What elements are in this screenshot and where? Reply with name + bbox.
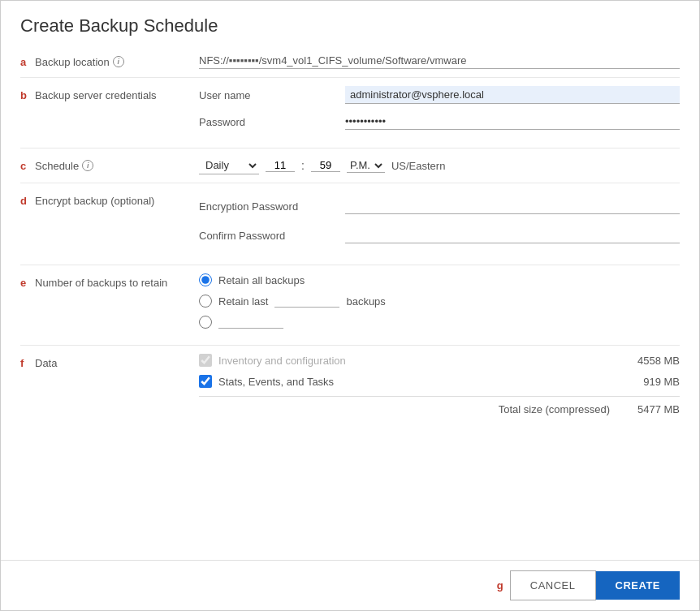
retain-all-label: Retain all backups: [218, 274, 305, 286]
section-encrypt: d Encrypt backup (optional) Encryption P…: [1, 187, 699, 261]
enc-password-field-wrapper: [345, 198, 680, 214]
section-a-label: a Backup location i: [20, 53, 199, 68]
section-f-letter: f: [20, 357, 30, 369]
total-row: Total size (compressed) 5477 MB: [199, 396, 680, 415]
password-field-wrapper: [345, 114, 680, 130]
minute-input[interactable]: [311, 159, 340, 172]
enc-password-input[interactable]: [345, 198, 680, 214]
confirm-password-input[interactable]: [345, 227, 680, 243]
section-retain: e Number of backups to retain Retain all…: [1, 269, 699, 342]
retain-last-input[interactable]: [274, 295, 339, 308]
timezone-text: US/Eastern: [391, 160, 445, 172]
schedule-content: Daily Weekly Monthly : P.M. A.M. US/East…: [199, 157, 680, 174]
schedule-row: Daily Weekly Monthly : P.M. A.M. US/East…: [199, 157, 680, 174]
total-label: Total size (compressed): [499, 403, 610, 415]
retain-third-radio[interactable]: [199, 316, 212, 329]
stats-checkbox[interactable]: [199, 375, 212, 388]
retain-last-radio[interactable]: [199, 295, 212, 308]
section-schedule: c Schedule i Daily Weekly Monthly : P.M.: [1, 152, 699, 179]
retain-last-prefix: Retain last: [218, 295, 268, 308]
confirm-password-label: Confirm Password: [199, 230, 345, 242]
backup-location-value: NFS://▪▪▪▪▪▪▪▪/svm4_vol1_CIFS_volume/Sof…: [199, 53, 680, 69]
stats-label: Stats, Events, and Tasks: [218, 376, 616, 388]
retain-all-row: Retain all backups: [199, 273, 680, 286]
dialog-title: Create Backup Schedule: [1, 1, 699, 48]
retain-extra-row: [199, 316, 680, 329]
create-button[interactable]: CREATE: [596, 571, 680, 600]
retain-content: Retain all backups Retain last backups: [199, 273, 680, 337]
create-backup-schedule-dialog: Create Backup Schedule a Backup location…: [0, 0, 700, 611]
password-input[interactable]: [345, 114, 680, 130]
section-a-letter: a: [20, 56, 30, 68]
data-item-inventory: Inventory and configuration 4558 MB: [199, 354, 680, 367]
section-e-label: e Number of backups to retain: [20, 273, 199, 289]
dialog-content: a Backup location i NFS://▪▪▪▪▪▪▪▪/svm4_…: [1, 48, 699, 560]
divider-a: [20, 77, 680, 78]
encrypt-content: Encryption Password Confirm Password: [199, 191, 680, 256]
data-item-stats: Stats, Events, and Tasks 919 MB: [199, 375, 680, 388]
dialog-footer: g CANCEL CREATE: [1, 560, 699, 610]
retain-label: Number of backups to retain: [35, 277, 167, 289]
divider-c: [20, 183, 680, 183]
section-data: f Data Inventory and configuration 4558 …: [1, 349, 699, 420]
inventory-checkbox[interactable]: [199, 354, 212, 367]
frequency-select[interactable]: Daily Weekly Monthly: [199, 157, 259, 174]
section-c-label: c Schedule i: [20, 157, 199, 172]
retain-third-input[interactable]: [218, 316, 283, 329]
section-c-letter: c: [20, 160, 30, 172]
data-content: Inventory and configuration 4558 MB Stat…: [199, 354, 680, 415]
inventory-size: 4558 MB: [623, 355, 680, 367]
section-d-label: d Encrypt backup (optional): [20, 191, 199, 207]
time-colon: :: [301, 159, 305, 172]
total-size: 5477 MB: [623, 403, 680, 415]
section-b-letter: b: [20, 89, 30, 101]
data-label: Data: [35, 357, 57, 369]
section-f-label: f Data: [20, 354, 199, 369]
retain-all-radio[interactable]: [199, 273, 212, 286]
schedule-info-icon[interactable]: i: [82, 160, 93, 171]
backup-credentials-label: Backup server credentials: [35, 89, 157, 101]
username-input[interactable]: [345, 86, 680, 104]
section-b-label: b Backup server credentials: [20, 86, 199, 101]
backup-location-info-icon[interactable]: i: [113, 56, 124, 67]
backup-location-label: Backup location: [35, 56, 110, 68]
confirm-password-row: Confirm Password: [199, 227, 680, 243]
encrypt-label: Encrypt backup (optional): [35, 195, 154, 207]
retain-last-row: Retain last backups: [199, 295, 680, 308]
ampm-select[interactable]: P.M. A.M.: [347, 158, 385, 173]
divider-e: [20, 345, 680, 346]
section-backup-credentials: b Backup server credentials User name Pa…: [1, 81, 699, 144]
password-label: Password: [199, 116, 345, 128]
section-d-letter: d: [20, 195, 30, 207]
stats-size: 919 MB: [623, 376, 680, 388]
retain-last-suffix: backups: [346, 295, 385, 308]
footer-g-letter: g: [497, 579, 503, 592]
username-row: User name: [199, 86, 680, 104]
cancel-button[interactable]: CANCEL: [510, 570, 596, 600]
backup-location-content: NFS://▪▪▪▪▪▪▪▪/svm4_vol1_CIFS_volume/Sof…: [199, 53, 680, 69]
schedule-label: Schedule: [35, 160, 79, 172]
divider-b: [20, 148, 680, 148]
confirm-password-field-wrapper: [345, 227, 680, 243]
inventory-label: Inventory and configuration: [218, 355, 616, 367]
hour-input[interactable]: [266, 159, 295, 172]
username-field-wrapper: [345, 86, 680, 104]
credentials-content: User name Password: [199, 86, 680, 140]
enc-password-label: Encryption Password: [199, 200, 345, 213]
password-row: Password: [199, 114, 680, 130]
section-e-letter: e: [20, 277, 30, 289]
enc-password-row: Encryption Password: [199, 198, 680, 214]
section-backup-location: a Backup location i NFS://▪▪▪▪▪▪▪▪/svm4_…: [1, 48, 699, 74]
username-label: User name: [199, 89, 345, 101]
divider-d: [20, 265, 680, 265]
